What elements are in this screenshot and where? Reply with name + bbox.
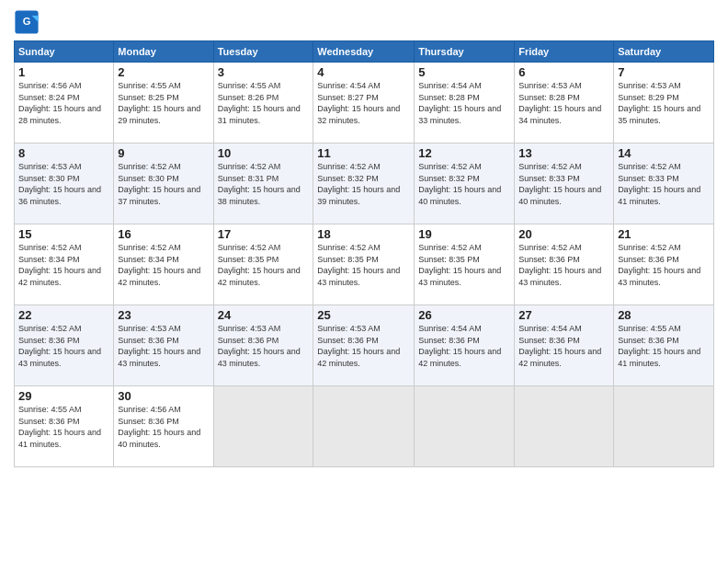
weekday-header: Sunday: [15, 41, 114, 63]
day-number: 4: [317, 65, 410, 79]
day-detail: Sunrise: 4:52 AMSunset: 8:33 PMDaylight:…: [518, 161, 609, 207]
calendar-cell: 27Sunrise: 4:54 AMSunset: 8:36 PMDayligh…: [515, 305, 614, 386]
day-detail: Sunrise: 4:53 AMSunset: 8:28 PMDaylight:…: [518, 80, 609, 126]
header: G: [14, 9, 714, 35]
day-number: 20: [518, 227, 609, 241]
calendar-cell: 19Sunrise: 4:52 AMSunset: 8:35 PMDayligh…: [415, 224, 515, 305]
calendar-table: SundayMondayTuesdayWednesdayThursdayFrid…: [14, 40, 714, 467]
day-detail: Sunrise: 4:52 AMSunset: 8:31 PMDaylight:…: [218, 161, 310, 207]
day-detail: Sunrise: 4:52 AMSunset: 8:32 PMDaylight:…: [317, 161, 410, 207]
calendar-cell: 16Sunrise: 4:52 AMSunset: 8:34 PMDayligh…: [114, 224, 213, 305]
day-detail: Sunrise: 4:52 AMSunset: 8:32 PMDaylight:…: [418, 161, 510, 207]
day-detail: Sunrise: 4:54 AMSunset: 8:36 PMDaylight:…: [418, 323, 510, 369]
day-number: 27: [518, 308, 609, 322]
day-detail: Sunrise: 4:56 AMSunset: 8:36 PMDaylight:…: [118, 404, 209, 450]
calendar-cell: [415, 386, 515, 467]
day-detail: Sunrise: 4:55 AMSunset: 8:36 PMDaylight:…: [18, 404, 109, 450]
day-detail: Sunrise: 4:54 AMSunset: 8:28 PMDaylight:…: [418, 80, 510, 126]
calendar-cell: 29Sunrise: 4:55 AMSunset: 8:36 PMDayligh…: [15, 386, 114, 467]
day-number: 10: [218, 146, 310, 160]
day-number: 14: [618, 146, 710, 160]
page: G SundayMondayTuesdayWednesdayThursdayFr…: [0, 0, 728, 563]
calendar-week-row: 8Sunrise: 4:53 AMSunset: 8:30 PMDaylight…: [15, 144, 714, 224]
calendar-cell: [213, 386, 313, 467]
calendar-cell: 17Sunrise: 4:52 AMSunset: 8:35 PMDayligh…: [213, 224, 313, 305]
calendar-cell: 23Sunrise: 4:53 AMSunset: 8:36 PMDayligh…: [114, 305, 213, 386]
calendar-cell: [313, 386, 415, 467]
day-detail: Sunrise: 4:54 AMSunset: 8:36 PMDaylight:…: [518, 323, 609, 369]
day-detail: Sunrise: 4:53 AMSunset: 8:36 PMDaylight:…: [218, 323, 310, 369]
logo-svg: G: [14, 9, 40, 35]
weekday-header: Tuesday: [213, 41, 313, 63]
day-number: 15: [18, 227, 109, 241]
weekday-header: Saturday: [614, 41, 714, 63]
day-detail: Sunrise: 4:52 AMSunset: 8:35 PMDaylight:…: [418, 242, 510, 288]
day-detail: Sunrise: 4:53 AMSunset: 8:36 PMDaylight:…: [317, 323, 410, 369]
calendar-cell: 5Sunrise: 4:54 AMSunset: 8:28 PMDaylight…: [415, 63, 515, 144]
logo: G: [14, 9, 43, 35]
day-detail: Sunrise: 4:52 AMSunset: 8:33 PMDaylight:…: [618, 161, 710, 207]
calendar-cell: 15Sunrise: 4:52 AMSunset: 8:34 PMDayligh…: [15, 224, 114, 305]
day-detail: Sunrise: 4:53 AMSunset: 8:36 PMDaylight:…: [118, 323, 209, 369]
day-detail: Sunrise: 4:56 AMSunset: 8:24 PMDaylight:…: [18, 80, 109, 126]
day-number: 9: [118, 146, 209, 160]
day-detail: Sunrise: 4:52 AMSunset: 8:34 PMDaylight:…: [118, 242, 209, 288]
day-detail: Sunrise: 4:52 AMSunset: 8:35 PMDaylight:…: [317, 242, 410, 288]
weekday-header: Monday: [114, 41, 213, 63]
day-detail: Sunrise: 4:55 AMSunset: 8:26 PMDaylight:…: [218, 80, 310, 126]
day-detail: Sunrise: 4:52 AMSunset: 8:36 PMDaylight:…: [518, 242, 609, 288]
calendar-cell: 20Sunrise: 4:52 AMSunset: 8:36 PMDayligh…: [515, 224, 614, 305]
day-number: 30: [118, 389, 209, 403]
day-detail: Sunrise: 4:52 AMSunset: 8:34 PMDaylight:…: [18, 242, 109, 288]
day-detail: Sunrise: 4:55 AMSunset: 8:25 PMDaylight:…: [118, 80, 209, 126]
calendar-cell: 24Sunrise: 4:53 AMSunset: 8:36 PMDayligh…: [213, 305, 313, 386]
calendar-cell: 25Sunrise: 4:53 AMSunset: 8:36 PMDayligh…: [313, 305, 415, 386]
day-number: 28: [618, 308, 710, 322]
calendar-week-row: 22Sunrise: 4:52 AMSunset: 8:36 PMDayligh…: [15, 305, 714, 386]
calendar-cell: [515, 386, 614, 467]
calendar-cell: 11Sunrise: 4:52 AMSunset: 8:32 PMDayligh…: [313, 144, 415, 224]
calendar-cell: 7Sunrise: 4:53 AMSunset: 8:29 PMDaylight…: [614, 63, 714, 144]
day-number: 2: [118, 65, 209, 79]
day-number: 29: [18, 389, 109, 403]
calendar-cell: 3Sunrise: 4:55 AMSunset: 8:26 PMDaylight…: [213, 63, 313, 144]
day-number: 18: [317, 227, 410, 241]
calendar-cell: 4Sunrise: 4:54 AMSunset: 8:27 PMDaylight…: [313, 63, 415, 144]
day-detail: Sunrise: 4:52 AMSunset: 8:30 PMDaylight:…: [118, 161, 209, 207]
calendar-cell: 21Sunrise: 4:52 AMSunset: 8:36 PMDayligh…: [614, 224, 714, 305]
calendar-cell: 8Sunrise: 4:53 AMSunset: 8:30 PMDaylight…: [15, 144, 114, 224]
calendar-cell: 18Sunrise: 4:52 AMSunset: 8:35 PMDayligh…: [313, 224, 415, 305]
day-number: 25: [317, 308, 410, 322]
day-number: 3: [218, 65, 310, 79]
day-number: 11: [317, 146, 410, 160]
calendar-week-row: 15Sunrise: 4:52 AMSunset: 8:34 PMDayligh…: [15, 224, 714, 305]
calendar-cell: 14Sunrise: 4:52 AMSunset: 8:33 PMDayligh…: [614, 144, 714, 224]
calendar-cell: 28Sunrise: 4:55 AMSunset: 8:36 PMDayligh…: [614, 305, 714, 386]
day-detail: Sunrise: 4:55 AMSunset: 8:36 PMDaylight:…: [618, 323, 710, 369]
day-number: 23: [118, 308, 209, 322]
calendar-cell: 6Sunrise: 4:53 AMSunset: 8:28 PMDaylight…: [515, 63, 614, 144]
calendar-week-row: 29Sunrise: 4:55 AMSunset: 8:36 PMDayligh…: [15, 386, 714, 467]
svg-text:G: G: [23, 16, 31, 27]
day-number: 21: [618, 227, 710, 241]
day-detail: Sunrise: 4:54 AMSunset: 8:27 PMDaylight:…: [317, 80, 410, 126]
day-number: 19: [418, 227, 510, 241]
day-detail: Sunrise: 4:52 AMSunset: 8:35 PMDaylight:…: [218, 242, 310, 288]
day-number: 22: [18, 308, 109, 322]
calendar-cell: 9Sunrise: 4:52 AMSunset: 8:30 PMDaylight…: [114, 144, 213, 224]
weekday-header: Friday: [515, 41, 614, 63]
calendar-cell: 10Sunrise: 4:52 AMSunset: 8:31 PMDayligh…: [213, 144, 313, 224]
day-detail: Sunrise: 4:52 AMSunset: 8:36 PMDaylight:…: [618, 242, 710, 288]
day-detail: Sunrise: 4:53 AMSunset: 8:29 PMDaylight:…: [618, 80, 710, 126]
day-number: 26: [418, 308, 510, 322]
day-number: 1: [18, 65, 109, 79]
day-number: 17: [218, 227, 310, 241]
day-number: 24: [218, 308, 310, 322]
day-detail: Sunrise: 4:52 AMSunset: 8:36 PMDaylight:…: [18, 323, 109, 369]
day-number: 12: [418, 146, 510, 160]
day-number: 13: [518, 146, 609, 160]
calendar-week-row: 1Sunrise: 4:56 AMSunset: 8:24 PMDaylight…: [15, 63, 714, 144]
calendar-cell: 26Sunrise: 4:54 AMSunset: 8:36 PMDayligh…: [415, 305, 515, 386]
day-number: 6: [518, 65, 609, 79]
weekday-header-row: SundayMondayTuesdayWednesdayThursdayFrid…: [15, 41, 714, 63]
